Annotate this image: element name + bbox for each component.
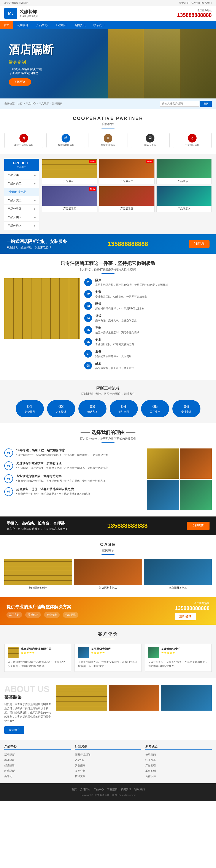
cta-button[interactable]: 立即咨询 (187, 522, 210, 530)
footer-link-5[interactable]: 新闻资讯 (121, 788, 131, 792)
nav-contact[interactable]: 联系我们 (89, 21, 109, 29)
footer-link-6[interactable]: 联系我们 (134, 788, 145, 792)
info-item-1-4[interactable]: 玻璃隔断 (4, 768, 71, 774)
features-content: 01 隔声 采用高档隔声棉，隔声达50分贝，使用国际一线产品，静谧无扰 02 安… (4, 278, 212, 374)
search-input[interactable] (160, 101, 199, 107)
features-sub: 8大特点，轻松打造低碳环保的人性化空间 (4, 268, 212, 272)
nav-cases[interactable]: 工程案例 (52, 21, 70, 29)
case-1[interactable]: 酒店隔断案例一 (4, 559, 72, 591)
feature-text-1: 隔声 采用高档隔声棉，隔声达50分贝，使用国际一线产品，静谧无扰 (95, 278, 168, 287)
nav-products[interactable]: 产品中心 (32, 21, 52, 29)
info-item-2-4[interactable]: 案例分析 (75, 768, 141, 774)
review-stars-1: ★★★★★ (21, 651, 52, 654)
footer-link-4[interactable]: 工程案例 (107, 788, 118, 792)
process-step-6: 06 专业安装 (173, 400, 200, 417)
cases-grid: 酒店隔断案例一 酒店隔断案例二 酒店隔断案例三 (4, 559, 212, 591)
case-label-3: 酒店隔断案例三 (144, 585, 212, 591)
process-step-5: 05 工厂生产 (141, 400, 169, 417)
info-col-3-title: 新闻动态 (145, 744, 212, 750)
hero-btn[interactable]: 了解更多 (9, 79, 31, 86)
product-img-3 (157, 159, 212, 178)
about-right (56, 685, 212, 734)
why-icon-3: 03 (4, 474, 13, 483)
review-header-1: 北京某酒店管理有限公司 ★★★★★ (8, 647, 68, 658)
nav-home[interactable]: 首页 (0, 21, 13, 29)
product-card-3[interactable]: 产品展示三 (156, 159, 212, 184)
cta-phone: 135888888888 (107, 522, 148, 529)
product-nav-1[interactable]: 产品分类一 ▶ (4, 171, 39, 180)
blue-banner-btn[interactable]: 立即咨询 (189, 240, 210, 248)
sidebar-sub: 产品展示 (7, 165, 36, 168)
product-img-2: NEW (99, 159, 154, 178)
partners-section: COOPERATIVE PARTNER 合作伙伴 万 南京万达国际酒店 希 希尔… (0, 109, 216, 154)
product-nav-5[interactable]: 产品分类四 ▶ (4, 205, 39, 213)
review-info-1: 北京某酒店管理有限公司 ★★★★★ (21, 647, 52, 654)
product-nav-4[interactable]: 产品分类三 ▶ (4, 196, 39, 205)
cta-banner: 零投入、高档感、长寿命、合理装 大客户、合作商请联系我们，共同打造高品质空间 1… (0, 517, 216, 535)
review-avatar-3 (148, 647, 159, 658)
product-card-4[interactable]: NEW 产品展示四 (42, 186, 97, 212)
product-card-1[interactable]: NEW 产品展示一 (42, 159, 97, 184)
product-nav-3[interactable]: • 中国台湾产品 (4, 188, 39, 196)
process-step-3: 03 确认方案 (79, 400, 106, 417)
info-item-3-3[interactable]: 产品动态 (145, 763, 212, 768)
product-nav-6[interactable]: 产品分类五 ▶ (4, 213, 39, 221)
info-item-2-3[interactable]: 安装指南 (75, 763, 141, 768)
nav-about[interactable]: 公司简介 (13, 21, 32, 29)
about-img-2 (109, 685, 159, 711)
partner-logo-5: 万 万豪国际酒店 (184, 133, 200, 148)
products-row-2: NEW 产品展示四 产品展示五 产品展示六 (42, 186, 212, 212)
footer-link-1[interactable]: 首页 (71, 788, 77, 792)
info-item-3-4[interactable]: 工程案例 (145, 768, 212, 774)
blue-banner-phone: 135888888888 (108, 241, 148, 247)
hero-line2: 专注酒店隔断定制服务 (9, 71, 207, 75)
header-contact: 全国服务热线 135888888888 (177, 9, 212, 18)
case-3[interactable]: 酒店隔断案例三 (144, 559, 212, 591)
footer-link-2[interactable]: 公司简介 (80, 788, 90, 792)
why-sub: 百大客户信赖，订于客户提供不贰的选择我们 (4, 437, 212, 441)
hero-subtitle: 量身定制 (9, 59, 207, 65)
case-img-3 (144, 559, 212, 585)
footer: 首页 公司简介 产品中心 工程案例 新闻资讯 联系我们 Copyright © … (0, 783, 216, 801)
case-label-2: 酒店隔断案例二 (74, 585, 142, 591)
info-item-2-2[interactable]: 产品知识 (75, 757, 141, 763)
step-label-1: 免费量尺 (25, 410, 35, 414)
product-card-5[interactable]: 产品展示五 (99, 186, 154, 212)
info-item-3-2[interactable]: 行业资讯 (145, 757, 212, 763)
review-name-1: 北京某酒店管理有限公司 (21, 647, 52, 651)
orange-btn[interactable]: 立即咨询 (175, 613, 196, 620)
partners-title: COOPERATIVE PARTNER 合作伙伴 (4, 116, 212, 128)
about-images (56, 685, 212, 711)
product-nav-7[interactable]: 产品分类六 ▶ (4, 221, 39, 230)
orange-icon-4: 售后无忧 (63, 612, 79, 618)
info-item-1-3[interactable]: 折叠隔断 (4, 763, 71, 768)
info-item-3-1[interactable]: 公司新闻 (145, 752, 212, 757)
product-nav-2[interactable]: 产品分类二 ▶ (4, 180, 39, 188)
why-content: 01 14年专注，隔断工程一站式服务专家 • 在中国专注于一站式酒店隔断定制服务… (4, 448, 212, 510)
partner-4: 国 国际大饭店 (131, 133, 169, 148)
search-button[interactable]: 搜索 (200, 101, 212, 107)
products-grid: NEW 产品展示一 NEW 产品展示二 产品展示三 NEW 产品展示四 (42, 159, 212, 230)
partner-2: 希 希尔顿花园酒店 (47, 133, 85, 148)
why-text-3: 专业设计定制团队，量身打造方案 • 拥有专业的设计师团队，多年经验积累 • 根据… (16, 474, 105, 483)
nav-news[interactable]: 新闻资讯 (70, 21, 89, 29)
info-item-1-1[interactable]: 活动隔断 (4, 752, 71, 757)
info-item-1-2[interactable]: 移动隔断 (4, 757, 71, 763)
info-item-2-1[interactable]: 隔断行业新闻 (75, 752, 141, 757)
product-img-6 (157, 186, 212, 206)
info-item-1-5[interactable]: 高隔间 (4, 774, 71, 779)
about-btn[interactable]: 公司简介 (4, 726, 24, 734)
footer-link-3[interactable]: 产品中心 (94, 788, 104, 792)
blue-banner: 一站式酒店隔断定制、安装服务 专业团队，品质保证，欢迎来电咨询 13588888… (0, 234, 216, 254)
case-label-1: 酒店隔断案例一 (4, 585, 72, 591)
partner-5: 万 万豪国际酒店 (173, 133, 212, 148)
product-card-2[interactable]: NEW 产品展示二 (99, 159, 154, 184)
sidebar-title: PRODUCT (7, 161, 36, 165)
review-3: 某豪华会议中心 ★★★★★ 从设计到安装，全程专业服务，产品质量超出预期，强烈推… (145, 644, 212, 672)
info-item-2-5[interactable]: 技术文章 (75, 774, 141, 779)
partner-logo-3: 皇 皇家花园酒店 (100, 133, 116, 148)
info-item-3-5[interactable]: 合作伙伴 (145, 774, 212, 779)
product-card-6[interactable]: 产品展示六 (156, 186, 212, 212)
why-item-3: 03 专业设计定制团队，量身打造方案 • 拥有专业的设计师团队，多年经验积累 •… (4, 474, 143, 483)
case-2[interactable]: 酒店隔断案例二 (74, 559, 142, 591)
